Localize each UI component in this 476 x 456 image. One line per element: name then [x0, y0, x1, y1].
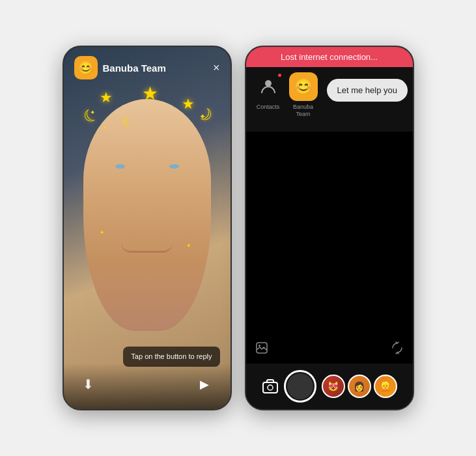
download-button[interactable]: ⬇	[77, 373, 100, 396]
small-camera-button[interactable]	[261, 377, 279, 395]
left-header-name: Banuba Team	[103, 63, 166, 74]
flip-camera-icon	[391, 341, 404, 354]
avatar-face-2[interactable]: 👩	[348, 375, 371, 398]
left-bottom-bar: ⬇ ▶	[64, 363, 231, 409]
send-button[interactable]: ▶	[191, 371, 217, 397]
bottom-left-icon[interactable]	[255, 341, 268, 357]
capture-button[interactable]	[284, 370, 316, 403]
capture-button-inner	[287, 373, 313, 399]
phone-left: 😊 Banuba Team × ★ ★ ★	[63, 46, 232, 410]
svg-point-0	[265, 80, 272, 87]
face-features	[83, 99, 211, 331]
download-icon: ⬇	[83, 377, 94, 392]
svg-rect-3	[263, 382, 277, 393]
app-container: 😊 Banuba Team × ★ ★ ★	[43, 26, 434, 430]
crown-emoji: 👱	[380, 381, 391, 392]
avatar-cat-1[interactable]: 😻	[322, 375, 345, 398]
message-bubble-wrapper: Let me help you	[324, 76, 408, 102]
svg-rect-1	[257, 343, 267, 353]
camera-icon	[261, 377, 279, 395]
dark-video-area	[246, 132, 413, 363]
avatar-row: 😻 👩 👱	[322, 375, 397, 398]
cat-emoji: 😻	[328, 381, 339, 392]
left-header: 😊 Banuba Team ×	[64, 47, 231, 86]
contacts-row: Contacts 😊 BanubaTeam Let me help you	[246, 67, 413, 118]
send-icon: ▶	[200, 377, 209, 392]
contacts-person-icon	[259, 78, 277, 96]
contacts-label: Contacts	[257, 104, 280, 111]
contacts-button[interactable]: Contacts	[254, 72, 283, 111]
online-dot	[277, 72, 283, 78]
phone-right: Lost internet connection... Contacts 😊 B…	[245, 46, 414, 410]
face-emoji: 👩	[354, 381, 365, 392]
avatar-crown-3[interactable]: 👱	[374, 375, 397, 398]
connection-banner: Lost internet connection...	[246, 47, 413, 67]
message-bubble: Let me help you	[327, 79, 408, 102]
bottom-right-icon[interactable]	[391, 341, 404, 357]
banuba-team-label: BanubaTeam	[293, 104, 313, 118]
tooltip-text: Tap on the button to reply	[131, 352, 212, 360]
close-button[interactable]: ×	[213, 61, 220, 75]
banner-text: Lost internet connection...	[281, 52, 378, 62]
face-area	[83, 99, 211, 331]
right-bottom-controls: 😻 👩 👱	[246, 363, 413, 409]
avatar-emoji-left: 😊	[74, 56, 98, 79]
banuba-team-contact[interactable]: 😊 BanubaTeam	[289, 72, 318, 118]
svg-point-2	[259, 345, 260, 347]
image-icon	[255, 341, 268, 354]
contacts-icon-wrapper	[254, 72, 283, 101]
svg-point-4	[268, 385, 273, 390]
banuba-team-avatar: 😊	[289, 72, 318, 101]
header-left: 😊 Banuba Team	[74, 56, 166, 79]
